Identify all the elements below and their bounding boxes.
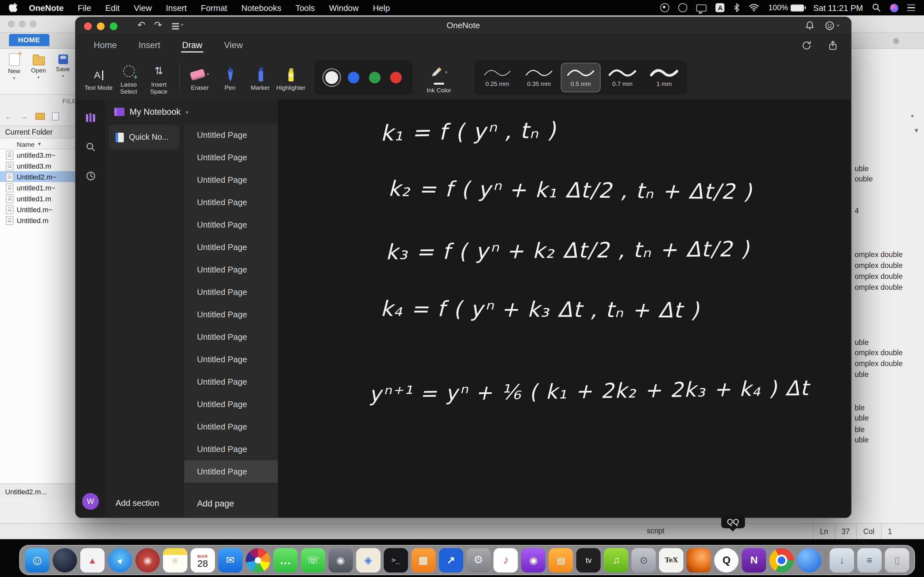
apple-menu-icon[interactable] <box>9 3 17 13</box>
ink-equation-1[interactable]: k₁ = f ( yⁿ , tₙ ) <box>380 117 557 146</box>
dock-icon-music[interactable]: ♪ <box>494 548 518 572</box>
tab-home[interactable]: Home <box>94 35 117 55</box>
minimize-button[interactable] <box>97 23 105 30</box>
dock-icon-tex[interactable]: TeX <box>659 548 684 572</box>
ink-color-button[interactable]: ▾ Ink Color <box>422 61 456 94</box>
ink-equation-4[interactable]: k₄ = f ( yⁿ + k₃ Δt , tₙ + Δt ) <box>381 296 700 322</box>
dock-icon-orange-grid-app[interactable]: ▦ <box>411 548 435 572</box>
forward-arrow-icon[interactable]: → <box>20 111 28 121</box>
dock-icon-maps[interactable]: ◈ <box>356 548 380 572</box>
folder-up-icon[interactable] <box>35 113 45 120</box>
lasso-select-button[interactable]: Lasso Select <box>113 60 144 95</box>
thickness-option-0.25mm[interactable]: 0.25 mm <box>477 63 517 92</box>
file-item[interactable]: Untitled.m~ <box>0 204 76 215</box>
dock-icon-launchpad[interactable]: ▲ <box>80 548 105 572</box>
file-item[interactable]: untitled3.m <box>0 160 76 171</box>
dock-icon-matlab[interactable] <box>687 548 711 572</box>
menu-view[interactable]: View <box>134 3 152 13</box>
battery-indicator[interactable]: 100% <box>768 3 804 12</box>
dock-icon-qq[interactable]: Q <box>714 548 738 572</box>
thickness-option-0.35mm[interactable]: 0.35 mm <box>519 63 559 92</box>
file-item[interactable]: Untitled.m <box>0 215 76 226</box>
add-section-button[interactable]: Add section <box>105 488 184 517</box>
dock-icon-onenote[interactable]: N <box>742 548 766 572</box>
ink-equation-5[interactable]: yⁿ⁺¹ = yⁿ + ⅙ ( k₁ + 2k₂ + 2k₃ + k₄ ) Δt <box>369 376 809 406</box>
dock-icon-dark-sphere-app[interactable] <box>53 548 77 572</box>
ink-equation-2[interactable]: k₂ = f ( yⁿ + k₁ Δt/2 , tₙ + Δt/2 ) <box>388 176 753 204</box>
menu-insert[interactable]: Insert <box>166 3 187 13</box>
eraser-button[interactable]: ▾ Eraser <box>185 64 215 92</box>
dock-icon-blue-sphere-app[interactable] <box>797 548 821 572</box>
highlighter-button[interactable]: Highlighter <box>275 64 305 92</box>
page-item[interactable]: Untitled Page <box>184 124 278 146</box>
dock-icon-mail[interactable]: ✉ <box>218 548 242 572</box>
marker-button[interactable]: Marker <box>245 64 275 92</box>
screen-record-icon[interactable] <box>661 3 670 12</box>
dock-icon-photos[interactable] <box>246 548 270 572</box>
input-source-icon[interactable]: A <box>716 3 725 12</box>
page-item[interactable]: Untitled Page <box>184 393 278 416</box>
page-item[interactable]: Untitled Page <box>184 213 278 236</box>
account-avatar[interactable]: W <box>82 493 99 510</box>
display-mirroring-icon[interactable] <box>696 4 707 11</box>
dock-icon-tv[interactable]: tv <box>577 548 601 572</box>
dock-icon-downloads-stack[interactable]: ↓ <box>830 548 854 572</box>
thickness-option-0.5mm[interactable]: 0.5 mm <box>561 63 601 92</box>
dock-icon-trash[interactable]: ▯ <box>885 548 909 572</box>
chevron-down-icon[interactable]: ▾ <box>911 113 914 119</box>
matlab-new-button[interactable]: New ▾ <box>4 53 24 94</box>
dock-icon-system-settings[interactable]: ⚙ <box>466 548 491 572</box>
file-item[interactable]: untitled3.m~ <box>0 149 76 160</box>
menu-file[interactable]: File <box>78 3 91 13</box>
menu-notebooks[interactable]: Notebooks <box>241 3 281 13</box>
dock-icon-books[interactable]: ▤ <box>549 548 573 572</box>
dock-icon-terminal[interactable]: >_ <box>383 548 408 572</box>
dock-icon-chrome[interactable] <box>769 548 794 572</box>
page-item[interactable]: Untitled Page <box>184 281 278 303</box>
file-item[interactable]: untitled1.m~ <box>0 182 76 193</box>
notebooks-library-button[interactable] <box>81 108 100 127</box>
bluetooth-icon[interactable] <box>734 3 740 12</box>
menubar-app-name[interactable]: OneNote <box>29 3 63 13</box>
page-item[interactable]: Untitled Page <box>184 303 278 326</box>
dock-icon-notes[interactable]: ≡ <box>163 548 187 572</box>
page-item[interactable]: Untitled Page <box>184 258 278 281</box>
control-center-icon[interactable] <box>907 5 915 11</box>
page-item[interactable]: Untitled Page <box>184 146 278 169</box>
dock-icon-stocks[interactable]: ↗ <box>439 548 463 572</box>
menu-format[interactable]: Format <box>201 3 227 13</box>
notifications-button[interactable] <box>804 21 815 33</box>
spotlight-search-icon[interactable] <box>872 3 881 12</box>
close-circle-icon[interactable]: ⊗ <box>893 36 900 45</box>
page-item[interactable]: Untitled Page <box>184 460 278 483</box>
tab-insert[interactable]: Insert <box>139 35 160 55</box>
dock-icon-podcasts[interactable]: ◉ <box>521 548 546 572</box>
color-swatch-green[interactable] <box>369 72 381 83</box>
close-button[interactable] <box>84 23 92 30</box>
dock-icon-documents-stack[interactable]: ≡ <box>857 548 882 572</box>
filter-funnel-icon[interactable]: ▼ <box>913 127 919 134</box>
matlab-zoom-button[interactable] <box>29 21 37 27</box>
color-swatch-blue[interactable] <box>348 72 359 83</box>
recent-notes-button[interactable] <box>81 166 100 185</box>
page-item[interactable]: Untitled Page <box>184 371 278 393</box>
menu-window[interactable]: Window <box>329 3 359 13</box>
dock-icon-photo-booth[interactable]: ◉ <box>328 548 352 572</box>
quick-access-menu[interactable]: ▾ <box>172 23 183 27</box>
back-arrow-icon[interactable]: ← <box>5 111 13 121</box>
page-item[interactable]: Untitled Page <box>184 416 278 438</box>
dock-icon-facetime[interactable]: ☏ <box>300 548 325 572</box>
page-item[interactable]: Untitled Page <box>184 236 278 258</box>
dock-icon-green-music-app[interactable]: ♫ <box>604 548 628 572</box>
menu-help[interactable]: Help <box>373 3 390 13</box>
zoom-button[interactable] <box>110 23 118 30</box>
page-item[interactable]: Untitled Page <box>184 191 278 213</box>
menu-edit[interactable]: Edit <box>105 3 120 13</box>
dock-icon-gray-utility-app[interactable]: ⊙ <box>632 548 656 572</box>
insert-space-button[interactable]: ⇅ Insert Space <box>144 60 174 95</box>
ink-equation-3[interactable]: k₃ = f ( yⁿ + k₂ Δt/2 , tₙ + Δt/2 ) <box>386 236 750 264</box>
tab-view[interactable]: View <box>224 35 243 55</box>
thickness-option-0.7mm[interactable]: 0.7 mm <box>603 63 642 92</box>
menubar-clock[interactable]: Sat 11:21 PM <box>813 3 863 13</box>
thickness-option-1mm[interactable]: 1 mm <box>644 63 684 92</box>
